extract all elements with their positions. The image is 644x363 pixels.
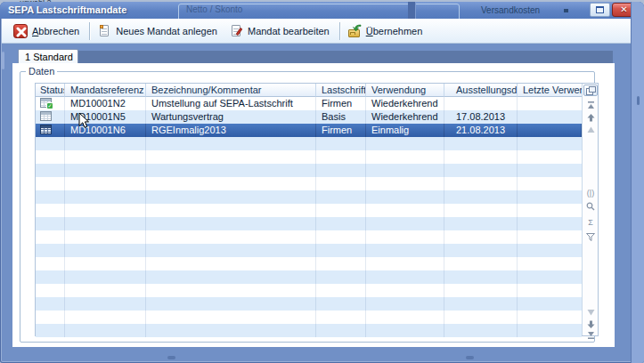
cell-verwendung: Wiederkehrend [366, 97, 444, 110]
arrow-down-icon[interactable] [584, 307, 597, 318]
restore-button[interactable] [590, 3, 610, 17]
title-bar: Netto / Skonto Versandkosten SEPA Lastsc… [0, 2, 644, 19]
abbrechen-button[interactable]: Abbrechen [9, 21, 86, 41]
scroll-to-bottom-icon[interactable] [584, 329, 597, 340]
filter-icon[interactable] [584, 231, 597, 242]
page-down-icon[interactable] [584, 319, 597, 329]
table-row[interactable]: MD10001N5 Wartungsvertrag Basis Wiederke… [36, 110, 598, 124]
search-icon[interactable] [584, 201, 597, 212]
cell-mandatsreferenz: MD10001N5 [65, 110, 146, 124]
cell-letzte-verwendung [518, 124, 582, 137]
neues-mandat-label: Neues Mandat anlegen [116, 26, 217, 36]
background-tick [564, 9, 568, 12]
mandat-bearbeiten-label: Mandat bearbeiten [248, 26, 330, 36]
neues-mandat-anlegen-button[interactable]: Neues Mandat anlegen [93, 21, 224, 41]
resize-grip[interactable] [2, 52, 4, 69]
versandkosten-label: Versandkosten [481, 5, 540, 15]
toolbar-separator [339, 22, 340, 40]
mandate-table: Status Mandatsreferenz Bezeichnung/Komme… [35, 83, 599, 336]
toolbar: Abbrechen Neues Mandat anlegen Mandat be… [2, 19, 642, 44]
tab-strip [18, 51, 613, 63]
cell-lastschriftart: Firmen [316, 124, 366, 137]
column-header-ausstellungsdatum[interactable]: Ausstellungsdatum [444, 84, 518, 97]
cancel-x-icon [13, 24, 28, 38]
window-right-border [631, 2, 644, 363]
netto-skonto-label: Netto / Skonto [186, 4, 242, 14]
cell-verwendung: Wiederkehrend [366, 110, 444, 124]
daten-groupbox: Daten Status Mandatsreferenz Bezeichnung… [20, 71, 595, 343]
table-icon [40, 125, 52, 134]
cell-ausstellungsdatum: 17.08.2013 [444, 110, 518, 124]
scroll-to-top-icon[interactable] [584, 100, 597, 110]
cell-letzte-verwendung [518, 110, 582, 124]
cell-bezeichnung: Wartungsvertrag [146, 110, 316, 124]
column-header-letzte-verwendung[interactable]: Letzte Verwendung [518, 84, 582, 97]
column-header-verwendung[interactable]: Verwendung [366, 84, 444, 97]
content-panel: Daten Status Mandatsreferenz Bezeichnung… [12, 63, 615, 347]
empty-rows-area [36, 137, 582, 337]
table-ok-icon: ✓ [40, 98, 52, 108]
cell-bezeichnung: RGEInmalig2013 [146, 124, 316, 137]
apply-folder-icon [347, 24, 362, 38]
mandat-bearbeiten-button[interactable]: Mandat bearbeiten [224, 21, 337, 41]
resize-grip[interactable] [637, 96, 640, 105]
background-netto-skonto-groupbox: Netto / Skonto [178, 4, 460, 19]
new-document-icon [97, 24, 111, 38]
abbrechen-label: Abbrechen [32, 26, 79, 36]
arrow-up-icon[interactable] [584, 125, 597, 135]
cell-mandatsreferenz: MD10001N2 [65, 97, 146, 110]
cell-verwendung: Einmalig [366, 124, 444, 137]
sepa-mandate-window: Netto / Skonto Versandkosten SEPA Lastsc… [0, 2, 644, 363]
sum-icon[interactable]: Σ [584, 217, 597, 228]
uebernehmen-button[interactable]: Übernehmen [343, 21, 430, 41]
page-up-icon[interactable] [584, 112, 597, 123]
column-header-lastschriftart[interactable]: Lastschriftart [316, 84, 366, 97]
daten-groupbox-label: Daten [26, 66, 57, 77]
cell-bezeichnung: Umstellung auf SEPA-Lastschrift [146, 97, 316, 110]
toolbar-separator [89, 22, 90, 40]
table-header-row: Status Mandatsreferenz Bezeichnung/Komme… [36, 84, 598, 97]
edit-document-icon [229, 24, 243, 38]
cell-mandatsreferenz: MD10001N6 [65, 124, 146, 137]
resize-grip[interactable] [466, 356, 474, 359]
cell-lastschriftart: Firmen [316, 97, 366, 110]
table-row-selected[interactable]: MD10001N6 RGEInmalig2013 Firmen Einmalig… [36, 124, 598, 137]
column-header-mandatsreferenz[interactable]: Mandatsreferenz [65, 84, 146, 97]
background-splitter [408, 2, 416, 19]
window-title: SEPA Lastschriftmandate [8, 4, 126, 15]
mouse-cursor [78, 112, 90, 131]
cell-ausstellungsdatum: 21.08.2013 [444, 124, 518, 137]
cell-ausstellungsdatum [444, 97, 518, 110]
table-row[interactable]: ✓ MD10001N2 Umstellung auf SEPA-Lastschr… [36, 97, 598, 110]
resize-grip[interactable] [167, 356, 175, 359]
ok-badge-icon: ✓ [46, 102, 53, 109]
cell-lastschriftart: Basis [316, 110, 366, 124]
column-header-bezeichnung[interactable]: Bezeichnung/Kommentar [146, 84, 316, 97]
table-icon [40, 111, 52, 121]
cell-letzte-verwendung [518, 97, 582, 110]
column-header-status[interactable]: Status [36, 84, 65, 97]
tab-standard[interactable]: 1 Standard [18, 49, 78, 64]
column-width-icon[interactable]: (|) [584, 188, 597, 198]
uebernehmen-label: Übernehmen [366, 26, 423, 36]
copy-icon[interactable] [583, 85, 598, 96]
restore-icon [596, 6, 604, 13]
grid-sidebar: (|) Σ [582, 84, 598, 335]
